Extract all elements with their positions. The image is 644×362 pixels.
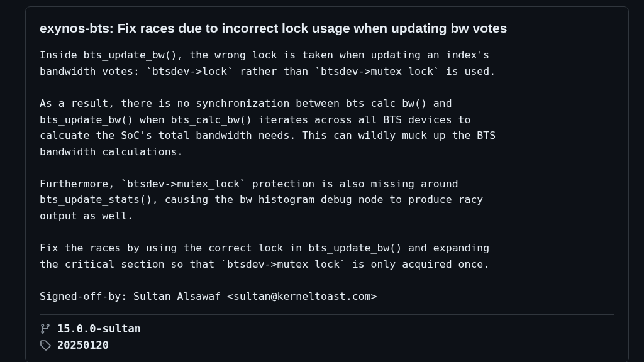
branch-icon (40, 323, 51, 334)
refs-section: 15.0.0-sultan 20250120 (40, 322, 614, 351)
divider (40, 314, 614, 315)
commit-title: exynos-bts: Fix races due to incorrect l… (40, 19, 614, 37)
tag-ref[interactable]: 20250120 (40, 339, 614, 351)
tag-name: 20250120 (57, 339, 109, 351)
branch-name: 15.0.0-sultan (57, 322, 141, 335)
branch-ref[interactable]: 15.0.0-sultan (40, 322, 614, 335)
commit-card: exynos-bts: Fix races due to incorrect l… (25, 6, 629, 362)
commit-body: Inside bts_update_bw(), the wrong lock i… (40, 47, 614, 304)
tag-icon (40, 339, 51, 351)
